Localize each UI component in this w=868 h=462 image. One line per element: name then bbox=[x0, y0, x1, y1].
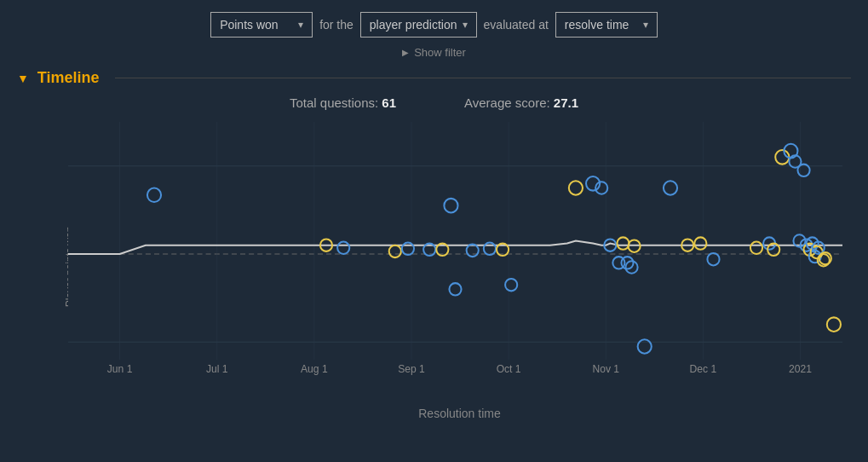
evaluated-at-text: evaluated at bbox=[484, 18, 549, 32]
prediction-dropdown[interactable]: player prediction ▾ bbox=[360, 12, 477, 38]
average-score-value: 27.1 bbox=[554, 95, 578, 110]
total-questions-value: 61 bbox=[382, 95, 396, 110]
svg-text:Oct 1: Oct 1 bbox=[497, 363, 521, 375]
section-title: Timeline bbox=[37, 69, 100, 87]
for-the-text: for the bbox=[319, 18, 354, 32]
top-bar: Points won ▾ for the player prediction ▾… bbox=[0, 0, 868, 43]
average-score-label: Average score: bbox=[464, 95, 550, 110]
section-triangle: ▼ bbox=[17, 72, 29, 85]
show-filter-label: Show filter bbox=[414, 46, 466, 59]
x-axis-label: Resolution time bbox=[418, 407, 501, 420]
chart-inner: 100 0 -100 Jun 1 Jul 1 Aug 1 Sep 1 Oct 1… bbox=[68, 122, 842, 386]
svg-text:2021: 2021 bbox=[789, 363, 812, 375]
time-dropdown[interactable]: resolve time ▾ bbox=[555, 12, 658, 38]
total-questions-label: Total questions: bbox=[290, 95, 378, 110]
metric-dropdown-arrow: ▾ bbox=[298, 19, 303, 31]
metric-label: Points won bbox=[220, 18, 278, 32]
show-filter-row[interactable]: ▶ Show filter bbox=[0, 43, 868, 66]
svg-text:Jun 1: Jun 1 bbox=[107, 363, 133, 375]
chart-svg: 100 0 -100 Jun 1 Jul 1 Aug 1 Sep 1 Oct 1… bbox=[68, 122, 842, 386]
average-score-stat: Average score: 27.1 bbox=[464, 95, 578, 110]
metric-dropdown[interactable]: Points won ▾ bbox=[210, 12, 313, 38]
prediction-label: player prediction bbox=[370, 18, 457, 32]
total-questions-stat: Total questions: 61 bbox=[290, 95, 396, 110]
chart-area: Player points won 100 0 -100 bbox=[17, 113, 851, 420]
svg-text:Jul 1: Jul 1 bbox=[206, 363, 228, 375]
svg-text:Nov 1: Nov 1 bbox=[592, 363, 619, 375]
time-label: resolve time bbox=[565, 18, 629, 32]
svg-text:Sep 1: Sep 1 bbox=[398, 363, 425, 375]
stats-row: Total questions: 61 Average score: 27.1 bbox=[0, 90, 868, 113]
prediction-dropdown-arrow: ▾ bbox=[463, 19, 468, 31]
time-dropdown-arrow: ▾ bbox=[643, 19, 648, 31]
svg-text:Aug 1: Aug 1 bbox=[301, 363, 328, 375]
section-divider bbox=[115, 78, 851, 78]
show-filter-icon: ▶ bbox=[402, 48, 409, 57]
svg-text:Dec 1: Dec 1 bbox=[690, 363, 717, 375]
section-header: ▼ Timeline bbox=[0, 66, 868, 90]
